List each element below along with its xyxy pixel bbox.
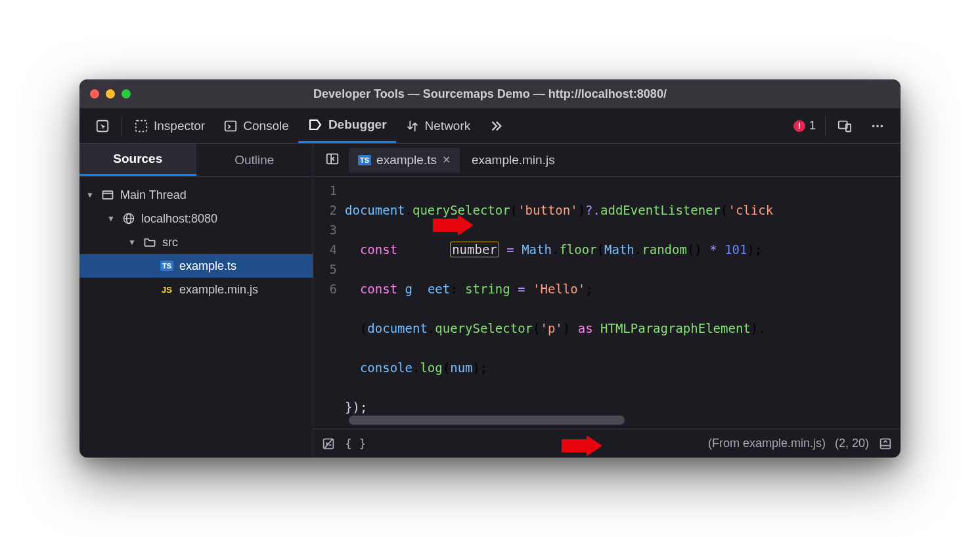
tab-label: Debugger <box>328 118 387 132</box>
svg-point-5 <box>872 125 875 127</box>
more-tabs-button[interactable] <box>479 108 512 143</box>
file-tab-label: example.min.js <box>472 153 555 167</box>
tab-debugger[interactable]: Debugger <box>298 108 396 143</box>
line-number: 3 <box>313 220 337 240</box>
code-area[interactable]: document.querySelector('button')?.addEve… <box>345 177 901 429</box>
code-line: (document.querySelector('p') as HTMLPara… <box>345 318 901 338</box>
line-number: 1 <box>313 181 337 200</box>
close-window-button[interactable] <box>90 89 99 98</box>
tree-label: example.ts <box>179 259 236 273</box>
console-icon <box>223 119 238 133</box>
tree-folder-src[interactable]: ▼ src <box>79 230 313 254</box>
window-icon <box>100 188 115 202</box>
minimize-window-button[interactable] <box>106 89 115 98</box>
devtools-window: Developer Tools — Sourcemaps Demo — http… <box>79 79 901 458</box>
chevron-down-icon: ▼ <box>86 190 95 200</box>
code-editor[interactable]: 1 2 3 4 5 6 document.querySelector('butt… <box>313 177 901 429</box>
svg-rect-2 <box>225 121 236 131</box>
toolbar: Inspector Console Debugger Network <box>79 108 901 144</box>
sidebar-tab-sources[interactable]: Sources <box>79 144 196 176</box>
line-number: 2 <box>313 200 337 220</box>
responsive-mode-button[interactable] <box>828 108 861 143</box>
tab-label: Outline <box>234 153 274 167</box>
chevron-double-right-icon <box>489 119 503 133</box>
maximize-window-button[interactable] <box>122 89 131 98</box>
svg-point-6 <box>876 125 879 127</box>
js-file-icon: JS <box>160 285 174 295</box>
code-line: console.log(num); <box>345 358 901 377</box>
code-line: const number = Math.floor(Math.random() … <box>345 240 901 259</box>
traffic-lights <box>90 89 131 98</box>
line-number: 5 <box>313 259 337 279</box>
file-tab-label: example.ts <box>376 153 437 167</box>
highlighted-token: number <box>450 242 499 257</box>
tab-label: Inspector <box>154 119 205 133</box>
devices-icon <box>837 119 852 133</box>
line-number: 4 <box>313 240 337 259</box>
statusbar: { } (From example.min.js) (2, 20) <box>313 429 901 458</box>
tree-label: example.min.js <box>179 283 258 297</box>
sidebar-tab-outline[interactable]: Outline <box>196 144 313 176</box>
file-tab-example-min-js[interactable]: example.min.js <box>462 148 564 173</box>
separator <box>122 116 122 136</box>
error-count-value: 1 <box>809 119 816 133</box>
titlebar: Developer Tools — Sourcemaps Demo — http… <box>79 79 901 108</box>
ts-file-icon: TS <box>160 261 174 271</box>
panel-bottom-icon[interactable] <box>878 437 893 451</box>
tree-label: Main Thread <box>120 188 187 202</box>
tab-label: Console <box>243 119 289 133</box>
pretty-print-button[interactable]: { } <box>345 437 367 450</box>
svg-point-7 <box>881 125 883 127</box>
window-title: Developer Tools — Sourcemaps Demo — http… <box>313 87 667 101</box>
chevron-down-icon: ▼ <box>107 214 116 223</box>
svg-line-16 <box>324 439 333 448</box>
blackbox-icon[interactable] <box>321 437 336 451</box>
gutter: 1 2 3 4 5 6 <box>313 177 345 429</box>
element-picker-button[interactable] <box>86 108 119 143</box>
ts-file-icon: TS <box>358 155 371 165</box>
tree-file-example-ts[interactable]: TS example.ts <box>79 254 313 278</box>
source-mapped-from: (From example.min.js) <box>708 437 826 450</box>
pointer-icon <box>95 119 110 133</box>
tree-label: src <box>162 236 178 249</box>
globe-icon <box>122 212 136 225</box>
debugger-icon <box>307 117 323 133</box>
source-tree: ▼ Main Thread ▼ localhost:8080 ▼ <box>79 177 313 308</box>
sidebar: Sources Outline ▼ Main Thread ▼ <box>79 144 313 458</box>
code-line: document.querySelector('button')?.addEve… <box>345 200 901 220</box>
folder-icon <box>143 236 157 249</box>
cursor-position: (2, 20) <box>835 437 869 450</box>
horizontal-scrollbar[interactable] <box>349 416 625 425</box>
panel-left-icon <box>325 152 340 166</box>
svg-rect-8 <box>103 191 113 199</box>
error-count[interactable]: ! 1 <box>787 119 822 133</box>
sidebar-tabs: Sources Outline <box>79 144 313 177</box>
dots-icon <box>870 119 885 133</box>
tree-main-thread[interactable]: ▼ Main Thread <box>79 183 313 207</box>
tab-network[interactable]: Network <box>396 108 480 143</box>
network-icon <box>405 119 420 133</box>
svg-rect-1 <box>136 120 147 131</box>
close-tab-button[interactable]: ✕ <box>442 154 451 166</box>
code-line: }); <box>345 397 901 417</box>
chevron-down-icon: ▼ <box>128 238 137 247</box>
tab-inspector[interactable]: Inspector <box>125 108 214 143</box>
error-icon: ! <box>793 120 805 132</box>
tab-label: Sources <box>113 152 162 166</box>
tab-console[interactable]: Console <box>214 108 298 143</box>
file-tab-example-ts[interactable]: TS example.ts ✕ <box>349 148 460 173</box>
tree-file-example-min-js[interactable]: JS example.min.js <box>79 278 313 301</box>
tree-host[interactable]: ▼ localhost:8080 <box>79 207 313 230</box>
inspector-icon <box>134 119 148 133</box>
editor-tabs: TS example.ts ✕ example.min.js <box>313 144 901 177</box>
separator <box>825 116 826 136</box>
tab-label: Network <box>425 119 471 133</box>
toggle-sidebar-button[interactable] <box>319 152 346 169</box>
line-number: 6 <box>313 279 337 299</box>
body: Sources Outline ▼ Main Thread ▼ <box>79 144 901 458</box>
code-line: const g eet: string = 'Hello'; <box>345 279 901 299</box>
kebab-menu-button[interactable] <box>861 108 894 143</box>
editor-panel: TS example.ts ✕ example.min.js 1 2 3 4 5… <box>313 144 901 458</box>
tree-label: localhost:8080 <box>141 212 217 226</box>
